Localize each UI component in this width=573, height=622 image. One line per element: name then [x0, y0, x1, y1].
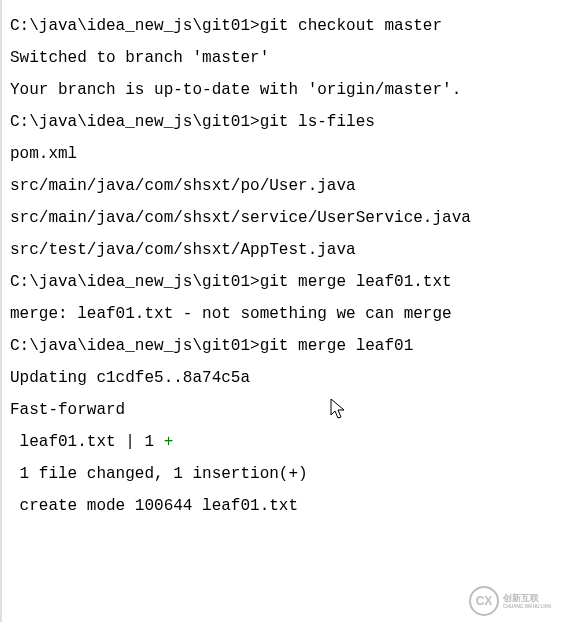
cmd-line: C:\java\idea_new_js\git01>git merge leaf… — [10, 266, 565, 298]
output-line: Your branch is up-to-date with 'origin/m… — [10, 74, 565, 106]
output-line: 1 file changed, 1 insertion(+) — [10, 458, 565, 490]
output-line: Fast-forward — [10, 394, 565, 426]
output-line: Switched to branch 'master' — [10, 42, 565, 74]
cmd-line: C:\java\idea_new_js\git01>git checkout m… — [10, 10, 565, 42]
output-line: pom.xml — [10, 138, 565, 170]
output-line: merge: leaf01.txt - not something we can… — [10, 298, 565, 330]
cmd-line: C:\java\idea_new_js\git01>git merge leaf… — [10, 330, 565, 362]
output-line: src/test/java/com/shsxt/AppTest.java — [10, 234, 565, 266]
prompt: C:\java\idea_new_js\git01> — [10, 337, 260, 355]
watermark-text: 创新互联 CHUANG XIN HU LIAN — [503, 593, 551, 610]
prompt: C:\java\idea_new_js\git01> — [10, 273, 260, 291]
watermark: CX 创新互联 CHUANG XIN HU LIAN — [469, 586, 569, 616]
prompt: C:\java\idea_new_js\git01> — [10, 17, 260, 35]
diff-stat: leaf01.txt | 1 — [10, 433, 164, 451]
diff-plus-icon: + — [164, 433, 174, 451]
output-line: src/main/java/com/shsxt/po/User.java — [10, 170, 565, 202]
command-text: git checkout master — [260, 17, 442, 35]
cmd-line: C:\java\idea_new_js\git01>git ls-files — [10, 106, 565, 138]
watermark-line1: 创新互联 — [503, 593, 551, 604]
command-text: git merge leaf01 — [260, 337, 414, 355]
command-text: git ls-files — [260, 113, 375, 131]
watermark-logo-text: CX — [476, 589, 493, 613]
output-line: leaf01.txt | 1 + — [10, 426, 565, 458]
output-line: create mode 100644 leaf01.txt — [10, 490, 565, 522]
prompt: C:\java\idea_new_js\git01> — [10, 113, 260, 131]
output-line: Updating c1cdfe5..8a74c5a — [10, 362, 565, 394]
watermark-logo-icon: CX — [469, 586, 499, 616]
output-line: src/main/java/com/shsxt/service/UserServ… — [10, 202, 565, 234]
command-text: git merge leaf01.txt — [260, 273, 452, 291]
watermark-line2: CHUANG XIN HU LIAN — [503, 603, 551, 609]
terminal-output: C:\java\idea_new_js\git01>git checkout m… — [0, 0, 573, 622]
